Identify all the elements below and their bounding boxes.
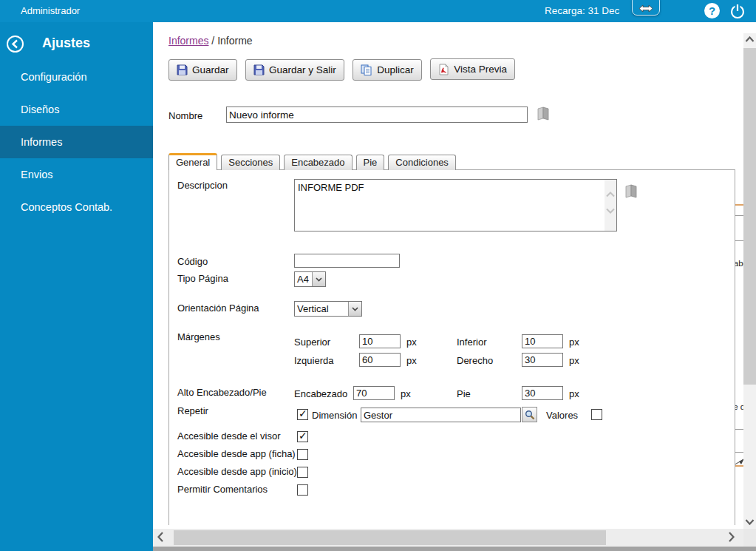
code-label: Código bbox=[177, 256, 208, 267]
accessible-viewer-checkbox[interactable] bbox=[297, 431, 308, 442]
scroll-down-icon[interactable] bbox=[743, 515, 756, 529]
save-and-exit-button[interactable]: Guardar y Salir bbox=[245, 59, 344, 81]
toolbar: Guardar Guardar y Salir Duplicar bbox=[168, 58, 520, 81]
chevron-down-icon[interactable] bbox=[606, 208, 615, 214]
repeat-label: Repetir bbox=[177, 405, 208, 416]
margin-right-label: Derecho bbox=[457, 355, 493, 366]
margins-label: Márgenes bbox=[177, 331, 220, 342]
footer-height-input[interactable] bbox=[522, 386, 563, 400]
page-orientation-select[interactable]: Vertical bbox=[294, 301, 362, 317]
tab-pie[interactable]: Pie bbox=[356, 155, 385, 170]
scroll-left-icon[interactable] bbox=[157, 531, 164, 543]
translate-book-icon[interactable] bbox=[623, 183, 639, 199]
app-window: Administrador Recarga: 31 Dec ? A bbox=[0, 0, 756, 551]
tab-condiciones[interactable]: Condiciones bbox=[388, 155, 456, 170]
sidebar-item-configuracion[interactable]: Configuración bbox=[0, 61, 153, 93]
sidebar-item-envios[interactable]: Envios bbox=[0, 158, 153, 191]
save-and-exit-button-label: Guardar y Salir bbox=[269, 64, 336, 75]
vertical-scrollbar-thumb[interactable] bbox=[743, 48, 756, 385]
duplicate-icon bbox=[361, 64, 372, 75]
accessible-app-inicio-checkbox[interactable] bbox=[297, 467, 308, 478]
translate-book-icon[interactable] bbox=[535, 105, 551, 121]
description-scrollbar[interactable] bbox=[605, 180, 616, 231]
breadcrumb: Informes / Informe bbox=[168, 35, 253, 47]
page-type-select[interactable]: A4 bbox=[294, 271, 326, 287]
sidebar-item-disenos[interactable]: Diseños bbox=[0, 93, 153, 126]
margin-top-input[interactable] bbox=[359, 334, 401, 348]
name-input[interactable] bbox=[226, 107, 528, 123]
back-icon[interactable] bbox=[6, 35, 24, 53]
page-type-label: Tipo Página bbox=[177, 273, 228, 284]
margin-left-label: Izquierda bbox=[294, 355, 333, 366]
tab-encabezado[interactable]: Encabezado bbox=[284, 155, 352, 170]
name-label: Nombre bbox=[168, 110, 202, 121]
sidebar-title: Ajustes bbox=[42, 36, 90, 51]
preview-button-label: Vista Previa bbox=[454, 64, 507, 75]
footer-height-label: Pie bbox=[457, 388, 471, 399]
allow-comments-checkbox[interactable] bbox=[297, 484, 308, 496]
save-icon bbox=[253, 64, 265, 75]
accessible-app-inicio-label: Accesible desde app (inicio) bbox=[177, 466, 297, 477]
description-label: Descripcion bbox=[177, 180, 228, 191]
header-height-label: Encabezado bbox=[294, 388, 347, 399]
scroll-right-icon[interactable] bbox=[728, 531, 735, 543]
chevron-down-icon bbox=[348, 302, 361, 316]
resize-horizontal-button[interactable] bbox=[632, 0, 660, 16]
scrollbar-corner bbox=[743, 529, 756, 547]
margin-bottom-label: Inferior bbox=[457, 337, 486, 348]
tab-panel-general: Descripcion INFORME PDF Códig bbox=[168, 169, 735, 525]
preview-button[interactable]: Vista Previa bbox=[430, 58, 515, 80]
margin-left-input[interactable] bbox=[359, 353, 401, 367]
tab-secciones[interactable]: Secciones bbox=[221, 155, 280, 170]
breadcrumb-current: Informe bbox=[217, 35, 252, 47]
save-button[interactable]: Guardar bbox=[168, 59, 237, 81]
margin-bottom-input[interactable] bbox=[522, 334, 563, 348]
margin-bottom-unit: px bbox=[569, 337, 579, 348]
allow-comments-label: Permitir Comentarios bbox=[177, 484, 268, 495]
duplicate-button-label: Duplicar bbox=[377, 64, 414, 75]
power-icon[interactable] bbox=[729, 2, 746, 20]
sidebar-item-informes[interactable]: Informes bbox=[0, 126, 153, 158]
margin-right-input[interactable] bbox=[522, 353, 563, 367]
breadcrumb-separator: / bbox=[211, 35, 214, 47]
main-content: Informes / Informe Guardar Guardar y S bbox=[153, 22, 743, 529]
help-icon[interactable]: ? bbox=[704, 3, 720, 18]
chevron-up-icon[interactable] bbox=[606, 192, 615, 197]
save-button-label: Guardar bbox=[192, 64, 229, 75]
chevron-down-icon bbox=[312, 272, 325, 286]
topbar: Administrador Recarga: 31 Dec ? bbox=[0, 0, 756, 22]
tab-general[interactable]: General bbox=[168, 153, 217, 170]
duplicate-button[interactable]: Duplicar bbox=[353, 59, 422, 81]
dimension-label: Dimensión bbox=[312, 410, 357, 421]
reload-status-label: Recarga: 31 Dec bbox=[545, 5, 619, 16]
horizontal-scrollbar[interactable] bbox=[153, 529, 743, 547]
repeat-checkbox[interactable] bbox=[297, 409, 308, 420]
description-value: INFORME PDF bbox=[298, 182, 364, 193]
values-checkbox[interactable] bbox=[591, 409, 602, 420]
breadcrumb-parent-link[interactable]: Informes bbox=[168, 35, 208, 47]
page-orientation-value: Vertical bbox=[295, 302, 348, 316]
margin-top-label: Superior bbox=[294, 337, 330, 348]
scroll-up-icon[interactable] bbox=[743, 33, 756, 47]
sidebar-item-conceptos-contab[interactable]: Conceptos Contab. bbox=[0, 191, 153, 223]
values-label: Valores bbox=[546, 410, 578, 421]
header-footer-height-label: Alto Encabezado/Pie bbox=[177, 387, 267, 398]
accessible-viewer-label: Accesible desde el visor bbox=[177, 430, 280, 442]
header-height-input[interactable] bbox=[353, 386, 395, 400]
dimension-search-button[interactable] bbox=[522, 407, 537, 422]
dimension-input[interactable] bbox=[361, 408, 521, 422]
sidebar-header: Ajustes bbox=[0, 33, 153, 56]
description-textarea[interactable]: INFORME PDF bbox=[294, 179, 617, 231]
sidebar: Ajustes Configuración Diseños Informes E… bbox=[0, 22, 153, 551]
accessible-app-ficha-checkbox[interactable] bbox=[297, 449, 308, 460]
vertical-scrollbar[interactable] bbox=[743, 22, 756, 529]
bottom-edge-strip bbox=[153, 547, 756, 551]
accessible-app-ficha-label: Accesible desde app (ficha) bbox=[177, 448, 296, 459]
tab-bar: General Secciones Encabezado Pie Condici… bbox=[168, 153, 456, 170]
code-input[interactable] bbox=[294, 254, 400, 268]
sidebar-nav: Configuración Diseños Informes Envios Co… bbox=[0, 61, 153, 223]
footer-height-unit: px bbox=[569, 388, 579, 399]
page-type-value: A4 bbox=[295, 272, 312, 286]
current-user-label: Administrador bbox=[21, 5, 80, 16]
horizontal-scrollbar-thumb[interactable] bbox=[174, 530, 606, 545]
